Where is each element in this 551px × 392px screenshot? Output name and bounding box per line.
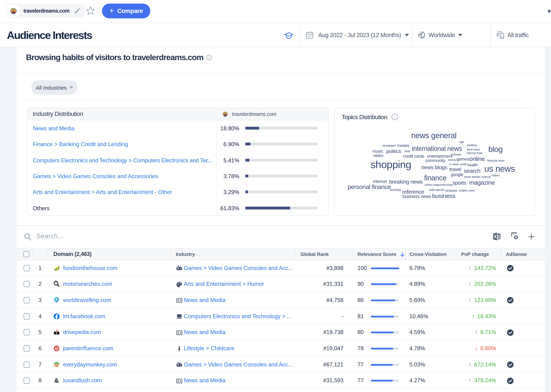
svg-text:P: P [56, 332, 58, 335]
svg-text:D: D [56, 329, 58, 332]
svg-text:&: & [54, 377, 59, 384]
